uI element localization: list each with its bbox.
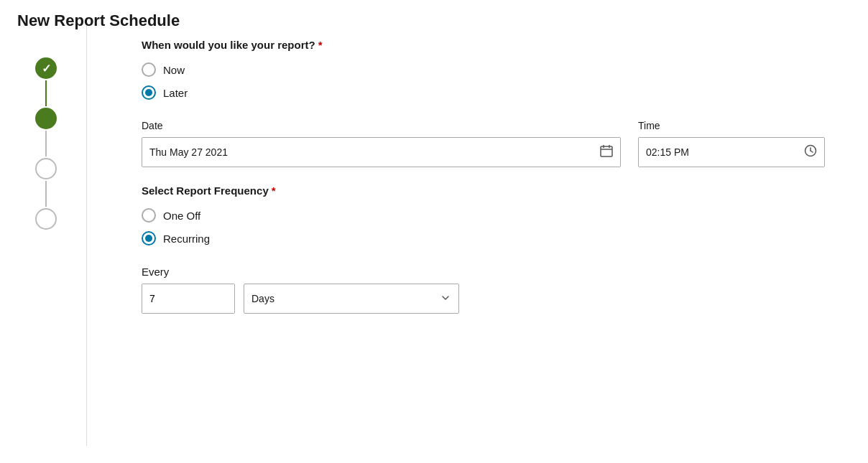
when-radio-group: Now Later <box>142 62 825 100</box>
date-label: Date <box>142 120 621 131</box>
step-1-check-icon: ✓ <box>42 62 51 75</box>
date-input[interactable] <box>149 146 600 158</box>
page-title: New Report Schedule <box>17 11 180 30</box>
frequency-required-star: * <box>272 184 276 197</box>
time-input-wrapper[interactable] <box>638 137 825 167</box>
svg-line-6 <box>811 151 813 152</box>
step-4-circle <box>35 208 57 230</box>
every-section: Every ▲ ▼ Days <box>142 266 825 314</box>
frequency-radio-group: One Off Recurring <box>142 208 825 245</box>
when-label: When would you like your report?* <box>142 39 825 51</box>
period-dropdown-arrow-icon <box>440 292 451 306</box>
period-dropdown-value: Days <box>251 293 440 304</box>
radio-later-label: Later <box>163 87 188 99</box>
when-required-star: * <box>318 39 323 51</box>
sidebar-divider <box>86 17 87 446</box>
radio-one-off[interactable]: One Off <box>142 208 825 223</box>
radio-one-off-label: One Off <box>163 210 200 222</box>
svg-rect-0 <box>601 146 612 156</box>
step-connector-2 <box>45 131 47 156</box>
radio-recurring[interactable]: Recurring <box>142 231 825 245</box>
radio-recurring-outer <box>142 231 156 245</box>
every-row: ▲ ▼ Days <box>142 284 825 314</box>
radio-now-label: Now <box>163 64 185 76</box>
clock-icon <box>804 144 817 160</box>
radio-one-off-outer <box>142 208 156 223</box>
time-field-group: Time <box>638 120 825 167</box>
time-input[interactable] <box>646 146 804 158</box>
step-2-circle <box>35 108 57 129</box>
frequency-label: Select Report Frequency* <box>142 184 825 197</box>
every-label: Every <box>142 266 825 278</box>
step-1-circle: ✓ <box>35 57 57 79</box>
main-content: When would you like your report?* Now La… <box>98 17 868 446</box>
frequency-section: Select Report Frequency* One Off Recurri… <box>142 184 825 245</box>
date-field-group: Date <box>142 120 621 167</box>
number-spinner[interactable]: ▲ ▼ <box>142 284 235 314</box>
date-time-row: Date Time <box>142 120 825 167</box>
step-connector-3 <box>45 181 47 207</box>
radio-recurring-inner <box>145 235 152 242</box>
steps-sidebar: ✓ <box>17 17 75 446</box>
period-dropdown[interactable]: Days <box>244 284 459 314</box>
radio-now-outer <box>142 62 156 77</box>
radio-recurring-label: Recurring <box>163 233 210 245</box>
date-input-wrapper[interactable] <box>142 137 621 167</box>
calendar-icon <box>600 144 613 160</box>
when-section: When would you like your report?* Now La… <box>142 39 825 100</box>
radio-later[interactable]: Later <box>142 85 825 100</box>
radio-now[interactable]: Now <box>142 62 825 77</box>
radio-later-inner <box>145 89 152 96</box>
spinner-input[interactable] <box>142 284 235 313</box>
step-connector-1 <box>45 80 47 106</box>
radio-later-outer <box>142 85 156 100</box>
time-label: Time <box>638 120 825 131</box>
step-3-circle <box>35 158 57 179</box>
